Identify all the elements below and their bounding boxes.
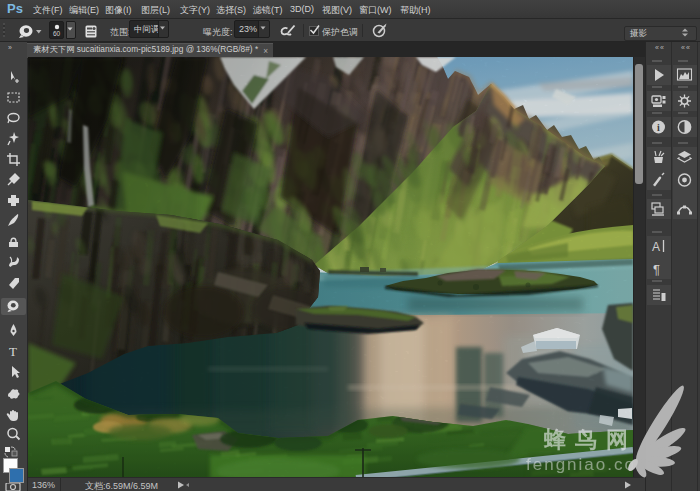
svg-text:¶: ¶	[653, 262, 660, 277]
svg-text:T: T	[9, 344, 17, 359]
svg-text:i: i	[657, 122, 660, 133]
svg-text:A: A	[652, 240, 660, 254]
